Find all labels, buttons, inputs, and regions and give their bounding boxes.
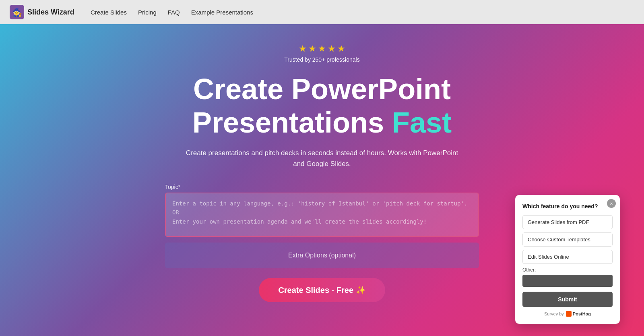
svg-text:🧙: 🧙 [12,8,22,17]
hero-section: ★ ★ ★ ★ ★ Trusted by 250+ professionals … [0,24,644,336]
survey-close-button[interactable]: × [607,199,616,208]
survey-submit-button[interactable]: Submit [522,292,613,307]
trusted-text: Trusted by 250+ professionals [284,56,359,63]
nav-create-slides[interactable]: Create Slides [91,9,127,16]
topic-label: Topic* [165,184,180,190]
topic-input[interactable] [165,193,479,237]
hero-title-fast: Fast [392,106,452,139]
hero-title: Create PowerPoint Presentations Fast [192,73,452,139]
survey-popup: × Which feature do you need? Generate Sl… [515,195,620,324]
survey-other-label: Other: [522,267,613,273]
nav-example-presentations[interactable]: Example Presentations [191,9,253,16]
star-5: ★ [337,44,345,54]
star-3: ★ [318,44,326,54]
nav-links: Create Slides Pricing FAQ Example Presen… [91,9,253,16]
create-slides-button[interactable]: Create Slides - Free ✨ [259,278,385,302]
survey-other-input[interactable] [522,275,613,287]
hero-subtitle: Create presentations and pitch decks in … [181,147,463,169]
hero-title-line2-normal: Presentations [192,106,392,139]
survey-footer: Survey by PostHog [522,311,613,317]
stars-row: ★ ★ ★ ★ ★ [299,44,345,54]
survey-option-edit[interactable]: Edit Slides Online [522,250,613,264]
survey-option-templates[interactable]: Choose Custom Templates [522,232,613,247]
star-1: ★ [299,44,307,54]
brand-name: Slides Wizard [27,8,74,17]
survey-footer-text: Survey by [544,311,564,316]
wizard-icon: 🧙 [10,5,24,19]
star-2: ★ [308,44,316,54]
brand-logo[interactable]: 🧙 Slides Wizard [10,5,74,19]
posthog-label: PostHog [573,311,591,316]
extra-options-button[interactable]: Extra Options (optional) [165,243,479,268]
star-4: ★ [328,44,336,54]
hero-title-line1: Create PowerPoint [193,73,451,105]
posthog-logo: PostHog [566,311,591,317]
survey-option-pdf[interactable]: Generate Slides from PDF [522,215,613,229]
navbar: 🧙 Slides Wizard Create Slides Pricing FA… [0,0,644,24]
nav-pricing[interactable]: Pricing [138,9,157,16]
posthog-icon [566,311,572,317]
survey-title: Which feature do you need? [522,203,613,209]
nav-faq[interactable]: FAQ [168,9,180,16]
